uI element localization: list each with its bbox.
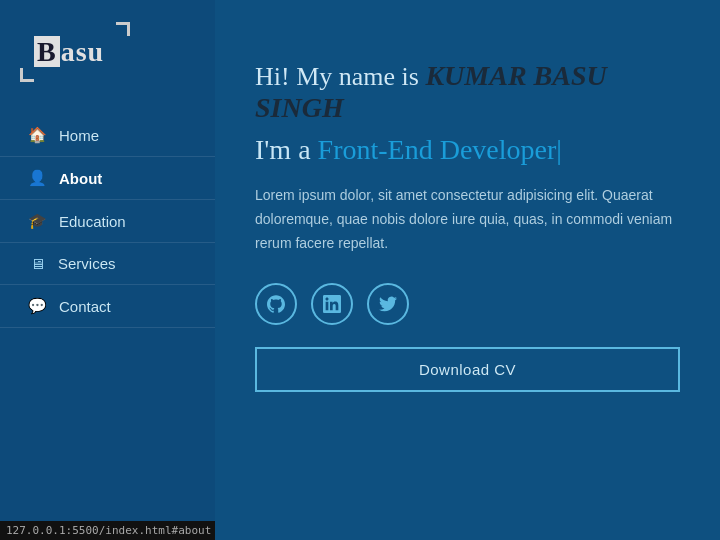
status-bar: 127.0.0.1:5500/index.html#about <box>0 521 215 540</box>
home-icon: 🏠 <box>28 126 47 144</box>
status-url: 127.0.0.1:5500/index.html#about <box>6 524 211 537</box>
bracket-top-right-decoration <box>116 22 130 36</box>
hero-subtitle-prefix: I'm a <box>255 134 318 165</box>
linkedin-icon <box>323 295 341 313</box>
sidebar-label-services: Services <box>58 255 116 272</box>
logo-b-letter: B <box>34 36 60 67</box>
hero-typed-text: Front-End Developer <box>318 134 557 165</box>
twitter-icon <box>379 295 397 313</box>
services-icon: 🖥 <box>28 255 46 272</box>
hero-description: Lorem ipsum dolor, sit amet consectetur … <box>255 184 680 255</box>
github-button[interactable] <box>255 283 297 325</box>
linkedin-button[interactable] <box>311 283 353 325</box>
main-content: Hi! My name is Kumar Basu Singh I'm a Fr… <box>215 0 720 540</box>
sidebar: Basu 🏠 Home 👤 About 🎓 Education 🖥 Servic… <box>0 0 215 540</box>
sidebar-label-contact: Contact <box>59 298 111 315</box>
social-icons-group <box>255 283 680 325</box>
sidebar-item-home[interactable]: 🏠 Home <box>0 114 215 157</box>
hero-title: Hi! My name is Kumar Basu Singh <box>255 60 680 124</box>
sidebar-nav: 🏠 Home 👤 About 🎓 Education 🖥 Services 💬 … <box>0 114 215 328</box>
about-icon: 👤 <box>28 169 47 187</box>
sidebar-item-contact[interactable]: 💬 Contact <box>0 285 215 328</box>
hero-subtitle: I'm a Front-End Developer| <box>255 134 680 166</box>
logo-rest: asu <box>61 36 104 67</box>
hero-greeting: Hi! My name is <box>255 62 425 91</box>
sidebar-item-education[interactable]: 🎓 Education <box>0 200 215 243</box>
sidebar-label-home: Home <box>59 127 99 144</box>
download-cv-button[interactable]: Download CV <box>255 347 680 392</box>
sidebar-label-education: Education <box>59 213 126 230</box>
sidebar-item-services[interactable]: 🖥 Services <box>0 243 215 285</box>
hero-cursor: | <box>556 134 562 165</box>
education-icon: 🎓 <box>28 212 47 230</box>
sidebar-item-about[interactable]: 👤 About <box>0 157 215 200</box>
contact-icon: 💬 <box>28 297 47 315</box>
logo-area: Basu <box>0 0 215 114</box>
logo-text: Basu <box>30 30 118 74</box>
sidebar-label-about: About <box>59 170 102 187</box>
github-icon <box>267 295 285 313</box>
twitter-button[interactable] <box>367 283 409 325</box>
logo: Basu <box>30 30 118 74</box>
